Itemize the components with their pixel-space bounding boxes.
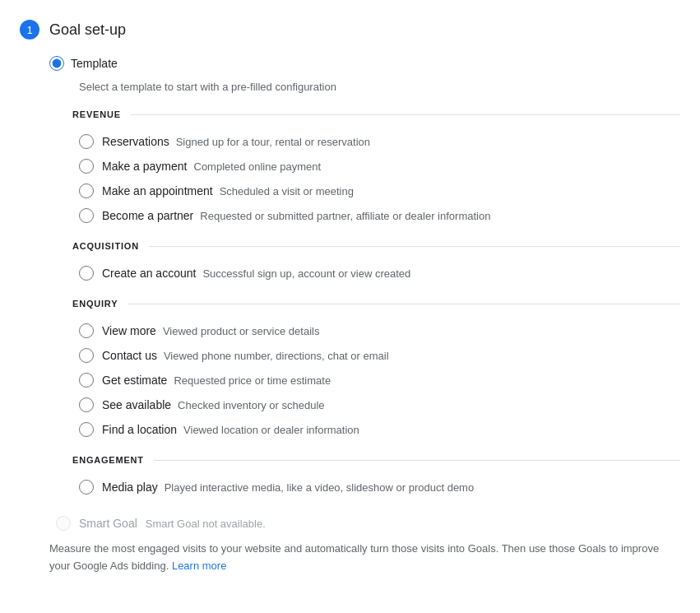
category-engagement-line (154, 460, 680, 461)
goal-reservations-desc: Signed up for a tour, rental or reservat… (176, 136, 370, 148)
goal-find-location-name: Find a location (102, 423, 177, 436)
goal-contact-us-desc: Viewed phone number, directions, chat or… (164, 350, 389, 362)
goal-make-appointment-radio[interactable] (79, 183, 94, 198)
goal-make-payment-name: Make a payment (102, 160, 188, 173)
step-circle: 1 (20, 20, 39, 39)
goal-find-location: Find a location Viewed location or deale… (79, 417, 680, 442)
goal-view-more-radio[interactable] (79, 323, 94, 338)
goal-get-estimate-name: Get estimate (102, 374, 167, 387)
category-revenue-label: REVENUE (72, 109, 121, 119)
goal-media-play-desc: Played interactive media, like a video, … (165, 481, 474, 494)
goal-create-account-name: Create an account (102, 267, 196, 280)
category-acquisition: ACQUISITION Create an account Successful… (72, 241, 680, 286)
goal-contact-us-radio[interactable] (79, 348, 94, 363)
goal-get-estimate-desc: Requested price or time estimate (174, 374, 331, 387)
smart-goal-desc: Smart Goal not available. (146, 518, 266, 530)
goal-media-play: Media play Played interactive media, lik… (79, 475, 680, 499)
goal-contact-us: Contact us Viewed phone number, directio… (79, 343, 680, 368)
goal-make-payment: Make a payment Completed online payment (79, 154, 680, 179)
learn-more-link[interactable]: Learn more (172, 560, 226, 572)
template-section: Template Select a template to start with… (49, 56, 680, 499)
goals-container: REVENUE Reservations Signed up for a tou… (72, 109, 680, 499)
goal-see-available-desc: Checked inventory or schedule (178, 399, 325, 411)
category-engagement-label: ENGAGEMENT (72, 455, 144, 465)
goal-become-partner-desc: Requested or submitted partner, affiliat… (200, 210, 490, 222)
goal-make-appointment-desc: Scheduled a visit or meeting (220, 185, 354, 197)
page-title: Goal set-up (49, 21, 126, 39)
goal-view-more-desc: Viewed product or service details (163, 325, 320, 337)
goal-reservations-name: Reservations (102, 135, 169, 148)
category-engagement: ENGAGEMENT Media play Played interactive… (72, 455, 680, 499)
goal-view-more: View more Viewed product or service deta… (79, 318, 680, 343)
goal-media-play-radio[interactable] (79, 480, 94, 495)
category-revenue: REVENUE Reservations Signed up for a tou… (72, 109, 680, 228)
goal-become-partner-name: Become a partner (102, 209, 193, 222)
goal-create-account-radio[interactable] (79, 266, 94, 281)
goal-get-estimate: Get estimate Requested price or time est… (79, 368, 680, 392)
footer-main-text: Measure the most engaged visits to your … (49, 542, 659, 572)
goal-view-more-name: View more (102, 324, 156, 337)
goal-make-payment-radio[interactable] (79, 159, 94, 174)
category-revenue-line (131, 114, 680, 115)
smart-goal-name: Smart Goal (79, 517, 137, 530)
goal-become-partner: Become a partner Requested or submitted … (79, 203, 680, 228)
goal-make-appointment-name: Make an appointment (102, 184, 213, 197)
category-enquiry-label: ENQUIRY (72, 299, 118, 309)
goal-find-location-desc: Viewed location or dealer information (183, 424, 359, 436)
goal-media-play-name: Media play (102, 481, 158, 494)
goal-reservations: Reservations Signed up for a tour, renta… (79, 129, 680, 154)
goal-contact-us-name: Contact us (102, 349, 157, 362)
category-enquiry: ENQUIRY View more Viewed product or serv… (72, 299, 680, 442)
goal-create-account-desc: Successful sign up, account or view crea… (202, 267, 410, 280)
category-acquisition-line (149, 246, 680, 247)
goal-reservations-radio[interactable] (79, 134, 94, 149)
category-acquisition-label: ACQUISITION (72, 241, 139, 251)
goal-become-partner-radio[interactable] (79, 208, 94, 223)
template-label: Template (71, 57, 118, 70)
goal-create-account: Create an account Successful sign up, ac… (79, 261, 680, 286)
goal-find-location-radio[interactable] (79, 422, 94, 437)
template-description: Select a template to start with a pre-fi… (79, 81, 680, 93)
goal-get-estimate-radio[interactable] (79, 373, 94, 388)
goal-see-available-name: See available (102, 398, 171, 411)
template-radio[interactable] (49, 56, 64, 71)
page-header: 1 Goal set-up (20, 20, 680, 39)
goal-see-available-radio[interactable] (79, 397, 94, 412)
smart-goal-section: Smart Goal Smart Goal not available. (49, 506, 680, 531)
goal-make-payment-desc: Completed online payment (194, 160, 322, 173)
category-enquiry-line (127, 304, 680, 304)
goal-see-available: See available Checked inventory or sched… (79, 392, 680, 417)
goal-make-appointment: Make an appointment Scheduled a visit or… (79, 179, 680, 203)
smart-goal-radio (56, 516, 71, 531)
footer-text: Measure the most engaged visits to your … (49, 541, 680, 575)
